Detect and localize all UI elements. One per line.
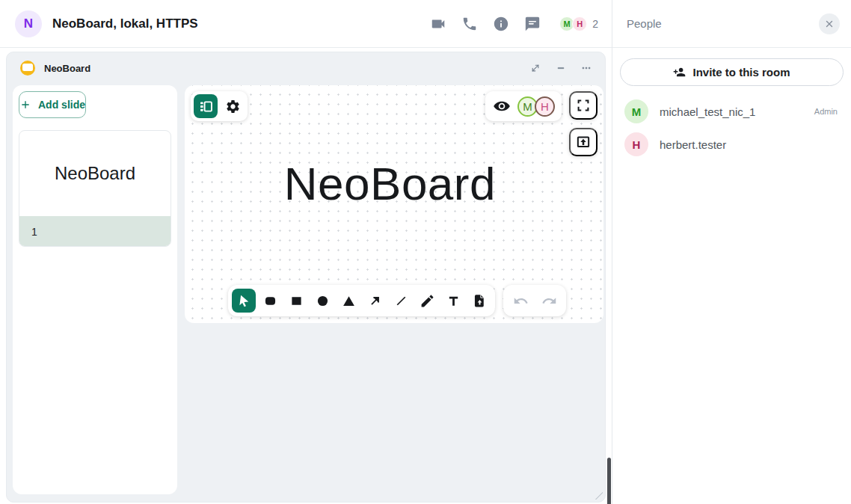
room-body: NeoBoard — [0, 48, 612, 504]
room-info-icon[interactable] — [492, 15, 510, 33]
voice-call-icon[interactable] — [461, 15, 479, 33]
present-button[interactable] — [569, 128, 597, 156]
slide-preview-text: NeoBoard — [19, 131, 170, 216]
member-list: M michael_test_nic_1 Admin H herbert.tes… — [612, 95, 851, 161]
widget-title: NeoBoard — [44, 63, 90, 74]
cursor-icon — [236, 293, 252, 309]
member-row-michael[interactable]: M michael_test_nic_1 Admin — [612, 95, 851, 128]
invite-button-label: Invite to this room — [692, 66, 790, 79]
chat-icon[interactable] — [523, 15, 541, 33]
invite-to-room-button[interactable]: Invite to this room — [620, 58, 844, 86]
people-panel-header: People — [612, 0, 851, 48]
member-avatar-m: M — [624, 99, 648, 123]
fullscreen-button[interactable] — [569, 91, 597, 120]
slide-thumbnail[interactable]: NeoBoard 1 — [19, 130, 171, 247]
settings-gear-icon — [225, 99, 241, 114]
undo-icon — [513, 293, 529, 309]
video-call-icon[interactable] — [429, 15, 447, 33]
settings-button[interactable] — [221, 94, 245, 118]
close-icon — [824, 19, 835, 29]
triangle-tool[interactable] — [337, 289, 360, 313]
person-add-icon — [673, 66, 686, 79]
room-header-actions: M H 2 — [429, 15, 598, 33]
add-slide-button[interactable]: Add slide — [19, 91, 86, 118]
present-icon — [575, 134, 592, 150]
close-panel-button[interactable] — [819, 13, 840, 34]
slide-overview-button[interactable] — [194, 94, 218, 118]
room-title: NeoBoard, lokal, HTTPS — [52, 16, 198, 31]
room-avatar[interactable]: N — [15, 10, 42, 37]
rounded-square-icon — [262, 293, 278, 309]
arrow-tool[interactable] — [363, 289, 387, 313]
neoboard-logo-icon — [20, 61, 35, 76]
slide-overview-icon — [198, 99, 214, 114]
eye-icon[interactable] — [492, 96, 511, 116]
text-tool[interactable] — [441, 289, 465, 313]
add-slide-label: Add slide — [38, 99, 85, 111]
circle-icon — [315, 293, 331, 309]
pen-icon — [420, 293, 435, 309]
widget-header: NeoBoard — [7, 52, 605, 84]
member-role-badge: Admin — [814, 107, 838, 116]
facepile-avatar-h: H — [572, 16, 587, 31]
people-panel: People Invite to this room M michael_tes… — [612, 0, 851, 504]
redo-icon — [541, 293, 557, 309]
member-count: 2 — [592, 18, 598, 30]
canvas-top-left-toolbar — [191, 91, 248, 121]
triangle-icon — [341, 293, 357, 309]
room-section: N NeoBoard, lokal, HTTPS M H 2 — [0, 0, 612, 504]
text-icon — [446, 293, 461, 309]
fullscreen-icon — [575, 97, 592, 114]
widget-actions — [529, 63, 592, 74]
board-canvas[interactable]: NeoBoard — [185, 85, 603, 323]
more-options-icon[interactable] — [580, 63, 592, 74]
vertical-scrollbar[interactable] — [607, 458, 611, 504]
drawing-toolbar — [228, 285, 495, 316]
square-icon — [289, 293, 304, 309]
rounded-square-tool[interactable] — [258, 289, 282, 313]
member-row-herbert[interactable]: H herbert.tester — [612, 128, 851, 161]
app-window: N NeoBoard, lokal, HTTPS M H 2 — [0, 0, 851, 504]
presence-bar: M H — [485, 91, 562, 121]
widget-body: Add slide NeoBoard 1 NeoBoard — [13, 85, 599, 494]
undo-button[interactable] — [509, 289, 532, 313]
line-icon — [393, 293, 409, 309]
board-text-element[interactable]: NeoBoard — [284, 157, 496, 210]
slide-number: 1 — [19, 216, 170, 247]
member-avatar-h: H — [624, 132, 648, 156]
widget-resize-handle[interactable] — [595, 492, 603, 500]
file-upload-icon — [472, 293, 488, 309]
history-toolbar — [503, 285, 566, 316]
pen-tool[interactable] — [415, 289, 439, 313]
arrow-icon — [367, 293, 383, 309]
member-name: michael_test_nic_1 — [660, 105, 755, 118]
room-header: N NeoBoard, lokal, HTTPS M H 2 — [0, 0, 612, 48]
popout-icon[interactable] — [529, 63, 541, 74]
room-facepile[interactable]: M H 2 — [559, 16, 598, 31]
presence-avatar-h[interactable]: H — [535, 96, 555, 117]
ellipse-tool[interactable] — [310, 289, 334, 313]
neoboard-widget: NeoBoard — [6, 52, 606, 503]
member-name: herbert.tester — [660, 138, 726, 151]
slides-panel: Add slide NeoBoard 1 — [13, 85, 177, 494]
minimize-icon[interactable] — [555, 63, 566, 74]
line-tool[interactable] — [389, 289, 413, 313]
redo-button[interactable] — [537, 289, 561, 313]
plus-icon — [19, 99, 31, 111]
file-upload-tool[interactable] — [467, 289, 491, 313]
people-panel-title: People — [627, 17, 662, 30]
select-tool[interactable] — [232, 289, 256, 313]
square-tool[interactable] — [284, 289, 308, 313]
